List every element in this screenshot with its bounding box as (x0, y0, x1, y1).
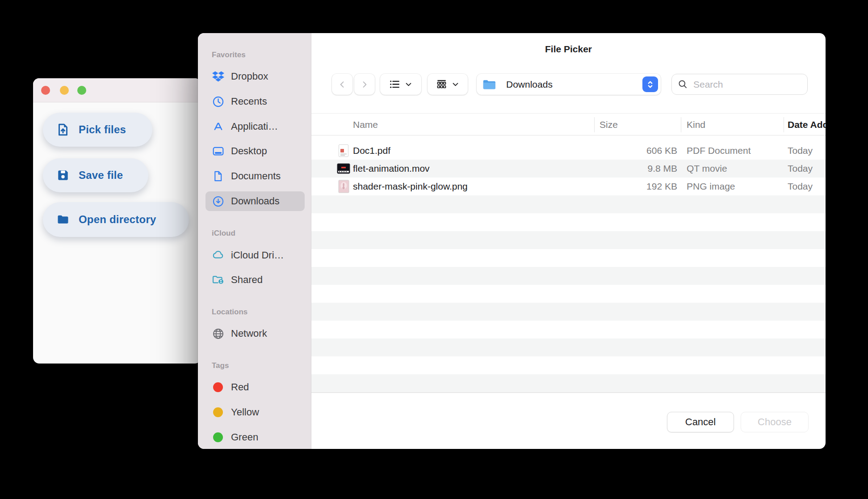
group-view-icon (436, 79, 447, 90)
chevron-right-icon (360, 80, 369, 89)
file-kind: PDF Document (687, 142, 751, 160)
file-date-added: Today (788, 160, 813, 178)
column-divider[interactable] (681, 117, 681, 132)
column-header-size[interactable]: Size (600, 119, 618, 130)
png-file-icon (336, 179, 351, 194)
file-size: 606 KB (646, 142, 677, 160)
chevron-down-icon (405, 80, 412, 88)
sidebar-item-label: Applicati… (231, 121, 278, 132)
file-picker-dialog: Favorites Dropbox Recents (198, 33, 826, 449)
sidebar-item-downloads[interactable]: Downloads (205, 191, 305, 211)
sidebar-item-label: Documents (231, 170, 281, 182)
cloud-icon (211, 249, 225, 262)
sidebar-item-tag-red[interactable]: Red (205, 377, 305, 397)
sidebar-item-label: Green (231, 431, 258, 443)
cancel-button[interactable]: Cancel (667, 412, 734, 432)
stepper-icon[interactable] (642, 76, 658, 92)
table-header: Name Size Kind Date Added (311, 113, 826, 135)
choose-button[interactable]: Choose (741, 412, 809, 432)
dialog-title: File Picker (311, 44, 826, 57)
location-label: Downloads (506, 79, 553, 90)
save-file-button[interactable]: Save file (43, 158, 148, 192)
app-store-icon (211, 120, 225, 133)
chevron-left-icon (338, 80, 347, 89)
sidebar-item-label: Desktop (231, 145, 267, 157)
column-header-kind[interactable]: Kind (687, 119, 705, 130)
sidebar-item-label: Shared (231, 274, 263, 286)
search-icon (678, 79, 688, 89)
file-size: 192 KB (646, 178, 677, 195)
sidebar-item-label: Dropbox (231, 71, 268, 82)
open-directory-button[interactable]: Open directory (43, 202, 189, 237)
yellow-tag-dot (211, 406, 225, 419)
sidebar-item-dropbox[interactable]: Dropbox (205, 67, 305, 86)
file-row-flet-animation-mov[interactable]: flet-animation.mov 9.8 MB QT movie Today (311, 160, 826, 178)
search-input[interactable] (692, 79, 782, 90)
globe-icon (211, 327, 225, 340)
sidebar-item-tag-green[interactable]: Green (205, 427, 305, 447)
app-titlebar[interactable] (33, 78, 201, 102)
view-mode-dropdown[interactable] (380, 74, 421, 95)
sidebar-item-label: iCloud Dri… (231, 249, 284, 261)
sidebar-item-documents[interactable]: Documents (205, 166, 305, 186)
footer-divider (311, 392, 826, 393)
column-divider[interactable] (594, 117, 595, 132)
file-name: Doc1.pdf (353, 142, 390, 160)
file-upload-icon (56, 123, 70, 136)
file-row-doc1-pdf[interactable]: Doc1.pdf 606 KB PDF Document Today (311, 142, 826, 160)
search-field[interactable] (671, 74, 808, 95)
sidebar-section-tags: Tags (212, 361, 229, 371)
close-traffic-light[interactable] (41, 86, 50, 95)
sidebar-item-shared[interactable]: Shared (205, 270, 305, 290)
desktop-icon (211, 144, 225, 158)
sidebar-item-network[interactable]: Network (205, 324, 305, 343)
forward-button[interactable] (354, 74, 375, 95)
sidebar-section-locations: Locations (212, 308, 247, 317)
flet-app-window: Pick files Save file Open directory (33, 78, 201, 364)
folder-icon (56, 213, 70, 226)
folder-icon (482, 79, 496, 90)
group-by-dropdown[interactable] (428, 74, 468, 95)
sidebar-section-icloud: iCloud (212, 229, 235, 239)
sidebar-section-favorites: Favorites (212, 51, 246, 60)
save-file-label: Save file (79, 169, 123, 182)
location-dropdown[interactable]: Downloads (477, 74, 661, 95)
sidebar-item-label: Red (231, 381, 249, 393)
back-button[interactable] (332, 74, 352, 95)
chevron-down-icon (452, 80, 459, 88)
floppy-disk-icon (56, 169, 70, 182)
sidebar-item-tag-yellow[interactable]: Yellow (205, 402, 305, 422)
file-size: 9.8 MB (647, 160, 677, 178)
open-directory-label: Open directory (79, 213, 156, 226)
download-circle-icon (211, 195, 225, 208)
green-tag-dot (211, 431, 225, 444)
column-divider[interactable] (784, 117, 784, 132)
sidebar-item-label: Yellow (231, 406, 259, 418)
pick-files-label: Pick files (79, 123, 126, 136)
column-header-name[interactable]: Name (353, 119, 378, 130)
pick-files-button[interactable]: Pick files (43, 113, 152, 147)
file-date-added: Today (788, 142, 813, 160)
zoom-traffic-light[interactable] (77, 86, 86, 95)
sidebar-item-label: Network (231, 328, 267, 339)
file-date-added: Today (788, 178, 813, 195)
list-view-icon (389, 79, 400, 90)
sidebar-item-applications[interactable]: Applicati… (205, 117, 305, 136)
pdf-file-icon (336, 144, 351, 158)
clock-icon (211, 95, 225, 108)
document-icon (211, 169, 225, 183)
sidebar-item-label: Recents (231, 96, 267, 107)
file-name: flet-animation.mov (353, 160, 430, 178)
sidebar-item-recents[interactable]: Recents (205, 92, 305, 111)
dropbox-icon (211, 70, 225, 83)
file-list: Doc1.pdf 606 KB PDF Document Today flet-… (311, 142, 826, 392)
sidebar: Favorites Dropbox Recents (198, 33, 311, 449)
sidebar-item-icloud-drive[interactable]: iCloud Dri… (205, 245, 305, 265)
shared-folder-icon (211, 273, 225, 287)
screen: Pick files Save file Open directory (0, 0, 868, 499)
column-header-date-added[interactable]: Date Added (788, 119, 826, 130)
file-row-shader-mask-png[interactable]: shader-mask-pink-glow.png 192 KB PNG ima… (311, 178, 826, 195)
file-kind: QT movie (687, 160, 727, 178)
minimize-traffic-light[interactable] (60, 86, 69, 95)
sidebar-item-desktop[interactable]: Desktop (205, 141, 305, 161)
